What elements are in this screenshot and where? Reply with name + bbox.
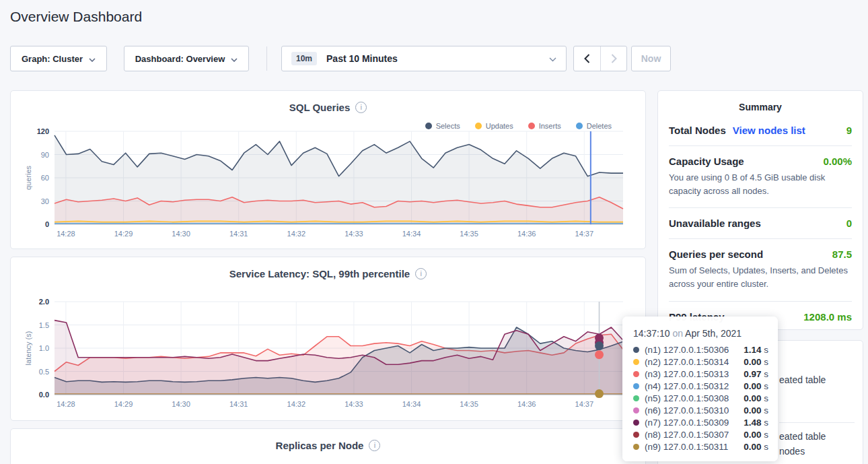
tooltip-node-row: (n2) 127.0.0.1:503140.00 s [633,356,768,368]
tooltip-node-value: 1.14 s [744,345,768,355]
svg-text:120: 120 [37,127,49,135]
event-text-fragment: eated table [779,374,826,385]
tooltip-node-name: (n7) 127.0.0.1:50309 [645,418,729,428]
svg-text:14:32: 14:32 [287,400,306,408]
summary-row-label: Queries per second [669,248,763,260]
sql-queries-chart[interactable]: 030609012014:2814:2914:3014:3114:3214:33… [24,127,633,240]
service-latency-chart[interactable]: 0.00.51.01.52.014:2814:2914:3014:3114:32… [24,298,633,411]
dashboard-dropdown[interactable]: Dashboard: Overview [124,46,249,71]
summary-row: Queries per second87.5Sum of Selects, Up… [669,239,852,301]
tooltip-node-value: 0.97 s [744,369,768,379]
svg-text:14:32: 14:32 [287,230,306,238]
events-divider [779,422,855,423]
tooltip-node-value: 0.00 s [744,430,768,440]
series-color-dot-icon [633,395,639,401]
time-range-picker[interactable]: 10m Past 10 Minutes [281,46,567,71]
summary-body: Total NodesView nodes list9Capacity Usag… [658,115,863,330]
series-color-dot-icon [633,420,639,426]
chevron-down-icon [549,53,556,65]
info-icon[interactable]: i [369,440,380,451]
summary-row-label: Total Nodes [669,125,726,136]
series-color-dot-icon [633,371,639,377]
summary-row-value: 9 [846,125,852,136]
svg-text:14:36: 14:36 [517,230,536,238]
summary-row-subtext: You are using 0 B of 4.5 GiB usable disk… [669,171,852,198]
series-color-dot-icon [633,347,639,353]
svg-text:60: 60 [41,174,49,182]
series-color-dot-icon [633,432,639,438]
series-color-dot-icon [633,383,639,389]
tooltip-node-value: 0.00 s [744,381,768,391]
svg-text:0.0: 0.0 [39,391,49,399]
series-color-dot-icon [633,444,639,450]
tooltip-node-name: (n5) 127.0.0.1:50308 [645,393,729,403]
chevron-right-icon [611,54,617,63]
series-color-dot-icon [633,359,639,365]
summary-row-value: 87.5 [832,248,852,260]
svg-text:30: 30 [41,197,49,205]
next-time-button[interactable] [600,46,626,71]
chart-hover-tooltip: 14:37:10 on Apr 5th, 2021 (n1) 127.0.0.1… [622,317,778,461]
time-step-buttons [573,46,627,71]
tooltip-node-name: (n6) 127.0.0.1:50310 [645,405,729,416]
svg-text:14:36: 14:36 [517,400,536,408]
svg-text:14:29: 14:29 [114,230,133,238]
svg-text:14:28: 14:28 [57,400,75,408]
summary-panel: Summary Total NodesView nodes list9Capac… [657,90,863,330]
prev-time-button[interactable] [574,46,600,71]
graph-scope-dropdown[interactable]: Graph: Cluster [10,46,107,71]
dashboard-dropdown-label: Dashboard: Overview [135,54,225,64]
svg-text:14:35: 14:35 [460,230,478,238]
svg-text:14:30: 14:30 [172,400,190,408]
summary-row: Unavailable ranges0 [669,208,852,239]
chart-title-sql-queries: SQL Queries [289,102,351,113]
tooltip-node-name: (n9) 127.0.0.1:50311 [645,442,728,452]
chevron-left-icon [584,54,590,63]
chart-title-replicas: Replicas per Node [276,440,364,451]
summary-row-label: Capacity Usage [669,156,744,167]
svg-text:14:31: 14:31 [229,230,248,238]
svg-text:0.5: 0.5 [39,368,49,376]
sql-queries-panel: SQL Queries i SelectsUpdatesInsertsDelet… [10,90,646,249]
tooltip-node-row: (n7) 127.0.0.1:503091.48 s [633,416,768,428]
replicas-per-node-panel: Replicas per Node i [10,428,646,464]
tooltip-node-name: (n8) 127.0.0.1:50307 [645,430,729,440]
svg-text:90: 90 [41,151,49,159]
svg-text:2.0: 2.0 [39,298,49,306]
time-range-label: Past 10 Minutes [326,53,549,64]
svg-text:14:37: 14:37 [575,230,594,238]
svg-text:14:31: 14:31 [229,400,248,408]
svg-text:queries: queries [24,165,32,190]
tooltip-node-name: (n3) 127.0.0.1:50313 [645,369,729,379]
toolbar-divider [266,46,267,71]
tooltip-node-row: (n3) 127.0.0.1:503130.97 s [633,368,768,380]
summary-title: Summary [658,91,863,115]
event-text-fragment: eated table [779,431,826,442]
tooltip-node-row: (n8) 127.0.0.1:503070.00 s [633,428,768,440]
tooltip-node-row: (n9) 127.0.0.1:503110.00 s [633,440,768,453]
svg-text:latency (s): latency (s) [24,331,32,366]
tooltip-node-value: 0.00 s [744,357,768,367]
now-button[interactable]: Now [631,46,671,71]
view-nodes-list-link[interactable]: View nodes list [733,125,805,136]
summary-row: Capacity Usage0.00%You are using 0 B of … [669,146,852,208]
time-range-badge: 10m [291,52,317,65]
svg-text:0: 0 [45,220,49,228]
tooltip-node-name: (n2) 127.0.0.1:50314 [645,357,729,367]
svg-text:14:34: 14:34 [402,400,421,408]
tooltip-node-row: (n1) 127.0.0.1:503061.14 s [633,343,768,356]
info-icon[interactable]: i [355,102,367,113]
graph-scope-label: Graph: Cluster [22,54,83,64]
page-title: Overview Dashboard [10,9,142,25]
tooltip-node-row: (n4) 127.0.0.1:503120.00 s [633,380,768,392]
info-icon[interactable]: i [415,268,427,279]
svg-text:14:33: 14:33 [345,230,363,238]
tooltip-node-value: 1.48 s [744,418,768,428]
tooltip-node-row: (n6) 127.0.0.1:503100.00 s [633,404,768,416]
chevron-down-icon [89,54,96,64]
summary-row-subtext: Sum of Selects, Updates, Inserts, and De… [669,264,852,291]
svg-text:14:30: 14:30 [172,230,190,238]
svg-text:14:35: 14:35 [460,400,478,408]
svg-text:14:29: 14:29 [114,400,133,408]
summary-row-value: 0.00% [823,156,852,167]
